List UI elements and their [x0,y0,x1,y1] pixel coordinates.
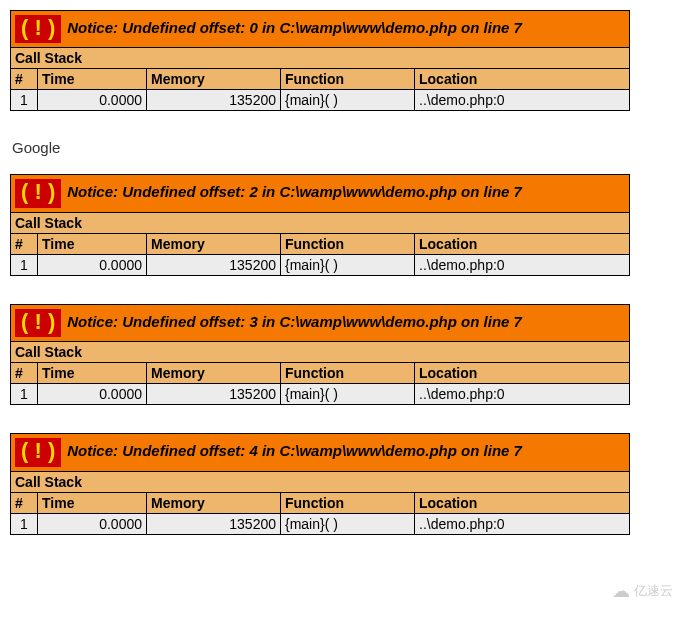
callstack-label: Call Stack [11,48,630,69]
cell-memory: 135200 [147,254,281,275]
cell-number: 1 [11,254,38,275]
col-header-function: Function [281,69,415,90]
cell-function: {main}( ) [281,384,415,405]
cell-number: 1 [11,384,38,405]
warning-icon: ( ! ) [15,309,61,337]
col-header-memory: Memory [147,69,281,90]
col-header-location: Location [415,492,630,513]
cell-memory: 135200 [147,513,281,534]
col-header-memory: Memory [147,233,281,254]
error-header: ( ! )Notice: Undefined offset: 3 in C:\w… [11,304,630,341]
cell-memory: 135200 [147,384,281,405]
cell-time: 0.0000 [38,254,147,275]
error-header: ( ! )Notice: Undefined offset: 2 in C:\w… [11,175,630,212]
col-header-location: Location [415,69,630,90]
cell-number: 1 [11,513,38,534]
callstack-label: Call Stack [11,342,630,363]
cell-time: 0.0000 [38,90,147,111]
xdebug-error-table: ( ! )Notice: Undefined offset: 2 in C:\w… [10,174,630,275]
cell-location: ..\demo.php:0 [415,384,630,405]
cell-function: {main}( ) [281,254,415,275]
error-header: ( ! )Notice: Undefined offset: 4 in C:\w… [11,434,630,471]
error-message: Notice: Undefined offset: 2 in C:\wamp\w… [67,184,513,201]
error-message: Notice: Undefined offset: 4 in C:\wamp\w… [67,442,513,459]
col-header-location: Location [415,363,630,384]
cell-number: 1 [11,90,38,111]
col-header-time: Time [38,233,147,254]
col-header-time: Time [38,69,147,90]
callstack-label: Call Stack [11,212,630,233]
cell-function: {main}( ) [281,513,415,534]
col-header-number: # [11,233,38,254]
cell-memory: 135200 [147,90,281,111]
cell-time: 0.0000 [38,384,147,405]
col-header-memory: Memory [147,363,281,384]
error-message: Notice: Undefined offset: 3 in C:\wamp\w… [67,313,513,330]
cell-location: ..\demo.php:0 [415,254,630,275]
col-header-number: # [11,363,38,384]
error-line-number: 7 [514,19,522,36]
col-header-time: Time [38,363,147,384]
warning-icon: ( ! ) [15,438,61,466]
error-message: Notice: Undefined offset: 0 in C:\wamp\w… [67,19,513,36]
warning-icon: ( ! ) [15,15,61,43]
col-header-number: # [11,492,38,513]
error-line-number: 7 [514,313,522,330]
table-row: 10.0000135200{main}( )..\demo.php:0 [11,513,630,534]
warning-icon: ( ! ) [15,179,61,207]
cell-location: ..\demo.php:0 [415,90,630,111]
col-header-function: Function [281,233,415,254]
cell-function: {main}( ) [281,90,415,111]
error-line-number: 7 [514,442,522,459]
table-row: 10.0000135200{main}( )..\demo.php:0 [11,384,630,405]
table-row: 10.0000135200{main}( )..\demo.php:0 [11,90,630,111]
output-text: Google [12,139,675,156]
col-header-location: Location [415,233,630,254]
xdebug-error-table: ( ! )Notice: Undefined offset: 4 in C:\w… [10,433,630,534]
col-header-function: Function [281,363,415,384]
xdebug-error-table: ( ! )Notice: Undefined offset: 0 in C:\w… [10,10,630,111]
cell-time: 0.0000 [38,513,147,534]
callstack-label: Call Stack [11,471,630,492]
col-header-number: # [11,69,38,90]
error-header: ( ! )Notice: Undefined offset: 0 in C:\w… [11,11,630,48]
col-header-memory: Memory [147,492,281,513]
table-row: 10.0000135200{main}( )..\demo.php:0 [11,254,630,275]
cell-location: ..\demo.php:0 [415,513,630,534]
error-line-number: 7 [514,184,522,201]
col-header-function: Function [281,492,415,513]
col-header-time: Time [38,492,147,513]
xdebug-error-table: ( ! )Notice: Undefined offset: 3 in C:\w… [10,304,630,405]
